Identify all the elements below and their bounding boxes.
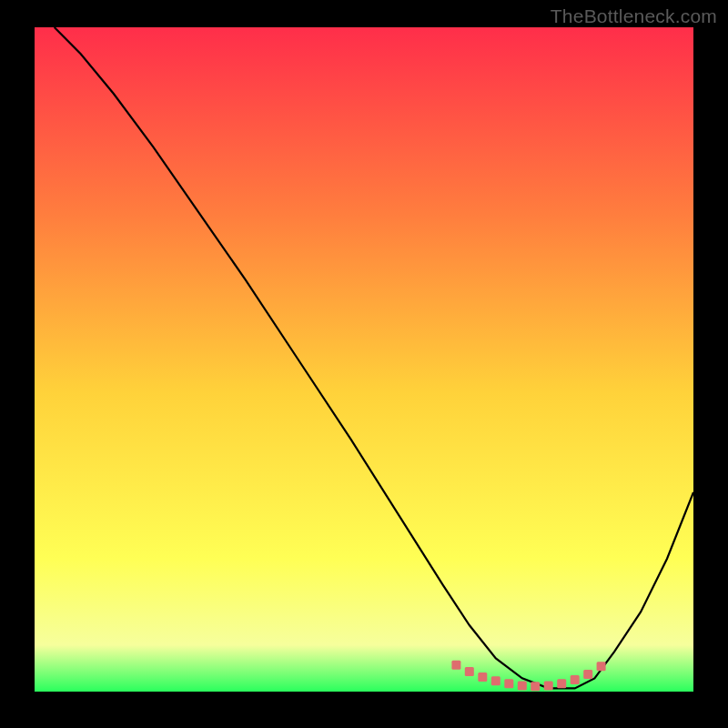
chart-svg [35,27,693,692]
watermark-text: TheBottleneck.com [551,5,717,27]
optimal-marker [518,681,527,690]
optimal-marker [583,670,592,679]
optimal-marker [531,682,540,691]
optimal-marker [491,676,500,685]
gradient-background [35,27,693,692]
optimal-marker [478,672,487,682]
optimal-marker [557,679,566,688]
optimal-marker [571,675,580,684]
optimal-marker [504,679,513,688]
chart-plot-area [35,27,693,692]
optimal-marker [451,661,460,670]
optimal-marker [597,662,606,671]
optimal-marker [465,667,474,676]
optimal-marker [544,681,553,690]
